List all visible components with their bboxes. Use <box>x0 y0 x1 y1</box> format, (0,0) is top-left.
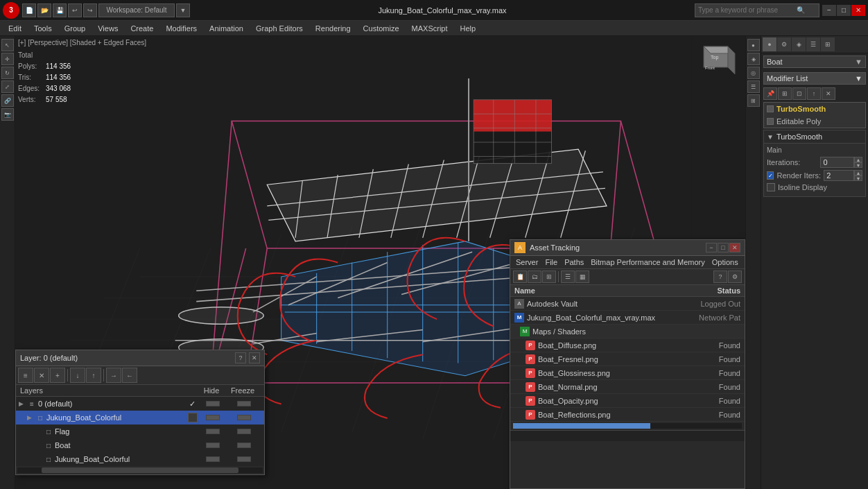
asset-tb-settings[interactable]: ⚙ <box>728 271 742 283</box>
hide-cell-jukung[interactable] <box>199 415 227 420</box>
rp-icon-2[interactable]: ⚙ <box>777 37 791 51</box>
close-btn[interactable]: ✕ <box>851 5 865 16</box>
rt-btn-5[interactable]: ⊞ <box>747 94 760 107</box>
asset-menu-bitmap[interactable]: Bitmap Performance and Memory <box>588 257 707 267</box>
layer-down-btn[interactable]: ↓ <box>70 368 85 383</box>
freeze-cell-flag[interactable] <box>227 429 261 434</box>
render-iters-down[interactable]: ▼ <box>854 175 862 181</box>
workspace-dropdown[interactable]: ▼ <box>176 3 190 17</box>
layer-item-jukung2[interactable]: □ Jukung_Boat_Colorful <box>16 452 264 466</box>
layer-add-btn[interactable]: + <box>50 368 65 383</box>
rotate-tool[interactable]: ↻ <box>1 67 14 79</box>
menu-views[interactable]: Views <box>92 23 123 34</box>
layer-list-btn[interactable]: ≡ <box>18 368 33 383</box>
asset-tb-5[interactable]: ▦ <box>575 271 589 283</box>
layer-close-btn[interactable]: ✕ <box>249 352 260 363</box>
menu-edit[interactable]: Edit <box>3 23 27 34</box>
layer-merge-btn[interactable]: → <box>106 368 121 383</box>
menu-customize[interactable]: Customize <box>358 23 405 34</box>
render-iters-up[interactable]: ▲ <box>854 170 862 175</box>
turbosmooth-header[interactable]: ▼ TurboSmooth <box>763 130 866 144</box>
search-box[interactable]: 🔍 <box>695 3 819 17</box>
mod-tool-3[interactable]: ↑ <box>807 87 821 100</box>
asset-tb-4[interactable]: ☰ <box>561 271 575 283</box>
menu-help[interactable]: Help <box>455 23 482 34</box>
scale-tool[interactable]: ⤢ <box>1 80 14 93</box>
modifier-editable-poly[interactable]: Editable Poly <box>764 115 865 128</box>
iterations-up[interactable]: ▲ <box>854 157 862 162</box>
asset-row-fresnel[interactable]: P Boat_Fresnel.png Found <box>510 352 745 366</box>
isoline-checkbox[interactable] <box>767 183 775 191</box>
modifier-list-header[interactable]: Modifier List ▼ <box>763 72 866 85</box>
editable-poly-checkbox[interactable] <box>767 118 774 125</box>
render-iters-value[interactable]: 2 <box>824 170 854 181</box>
rt-btn-4[interactable]: ☰ <box>747 80 760 93</box>
turbosmooth-checkbox[interactable] <box>767 105 774 112</box>
asset-menu-file[interactable]: File <box>542 257 560 267</box>
mod-tool-2[interactable]: ⊡ <box>792 87 806 100</box>
open-btn[interactable]: 📂 <box>37 3 51 17</box>
mod-tool-4[interactable]: ✕ <box>822 87 835 100</box>
rt-btn-3[interactable]: ◎ <box>747 67 760 79</box>
layer-help-btn[interactable]: ? <box>235 352 246 363</box>
freeze-cell-jukung[interactable] <box>227 415 261 420</box>
asset-menu-server[interactable]: Server <box>513 257 541 267</box>
menu-rendering[interactable]: Rendering <box>310 23 356 34</box>
asset-menu-options[interactable]: Options <box>709 257 741 267</box>
camera-tool[interactable]: 📷 <box>1 108 14 121</box>
undo-btn[interactable]: ↩ <box>68 3 82 17</box>
save-btn[interactable]: 💾 <box>53 3 67 17</box>
layer-scrollbar[interactable] <box>17 467 263 473</box>
menu-group[interactable]: Group <box>59 23 92 34</box>
rt-btn-2[interactable]: ◈ <box>747 53 760 65</box>
viewport[interactable]: [+] [Perspective] [Shaded + Edged Faces]… <box>15 36 745 489</box>
asset-row-diffuse[interactable]: P Boat_Diffuse.png Found <box>510 338 745 352</box>
move-tool[interactable]: ✛ <box>1 53 14 65</box>
iterations-value[interactable]: 0 <box>820 157 854 168</box>
menu-graph-editors[interactable]: Graph Editors <box>250 23 309 34</box>
mod-tool-pin[interactable]: 📌 <box>763 87 777 100</box>
menu-create[interactable]: Create <box>125 23 159 34</box>
asset-tb-help[interactable]: ? <box>713 271 727 283</box>
viewport-cube[interactable]: Top Front <box>697 43 738 85</box>
asset-maximize-btn[interactable]: □ <box>718 243 729 252</box>
layer-extract-btn[interactable]: ← <box>122 368 137 383</box>
layer-up-btn[interactable]: ↑ <box>86 368 101 383</box>
layer-item-boat[interactable]: □ Boat <box>16 438 264 452</box>
freeze-cell-default[interactable] <box>227 401 261 406</box>
render-iters-checkbox[interactable]: ✓ <box>767 171 774 180</box>
hide-cell-flag[interactable] <box>199 429 227 434</box>
asset-row-normal[interactable]: P Boat_Normal.png Found <box>510 380 745 394</box>
freeze-cell-boat[interactable] <box>227 443 261 448</box>
asset-menu-paths[interactable]: Paths <box>562 257 587 267</box>
mod-tool-1[interactable]: ⊞ <box>778 87 792 100</box>
search-icon[interactable]: 🔍 <box>797 6 805 14</box>
hide-cell-jukung2[interactable] <box>199 456 227 462</box>
maximize-btn[interactable]: □ <box>837 5 851 16</box>
asset-row-glossiness[interactable]: P Boat_Glossiness.png Found <box>510 366 745 380</box>
layer-item-default[interactable]: ▶ ≡ 0 (default) ✓ <box>16 397 264 411</box>
hide-cell-default[interactable] <box>199 401 227 406</box>
redo-btn[interactable]: ↪ <box>83 3 97 17</box>
asset-row-reflections[interactable]: P Boat_Reflections.png Found <box>510 408 745 422</box>
rp-icon-5[interactable]: ⊞ <box>821 37 835 51</box>
menu-tools[interactable]: Tools <box>28 23 58 34</box>
search-input[interactable] <box>698 6 795 14</box>
asset-tb-2[interactable]: 🗂 <box>528 271 541 283</box>
menu-animation[interactable]: Animation <box>204 23 249 34</box>
modifier-turbosmooth[interactable]: TurboSmooth <box>764 103 865 115</box>
hide-cell-boat[interactable] <box>199 443 227 448</box>
object-name-bar[interactable]: Boat ▼ <box>763 55 866 68</box>
asset-tb-3[interactable]: ⊞ <box>542 271 556 283</box>
asset-row-opacity[interactable]: P Boat_Opacity.png Found <box>510 394 745 408</box>
link-tool[interactable]: 🔗 <box>1 94 14 107</box>
rp-icon-4[interactable]: ☰ <box>806 37 820 51</box>
asset-minimize-btn[interactable]: − <box>706 243 717 252</box>
rp-icon-3[interactable]: ◈ <box>792 37 806 51</box>
layer-delete-btn[interactable]: ✕ <box>34 368 49 383</box>
minimize-btn[interactable]: − <box>822 5 836 16</box>
layer-item-jukung[interactable]: ▶ □ Jukung_Boat_Colorful <box>16 411 264 424</box>
asset-row-maps[interactable]: M Maps / Shaders <box>510 325 745 338</box>
layer-item-flag[interactable]: □ Flag <box>16 424 264 438</box>
asset-row-maxfile[interactable]: M Jukung_Boat_Colorful_max_vray.max Netw… <box>510 311 745 325</box>
